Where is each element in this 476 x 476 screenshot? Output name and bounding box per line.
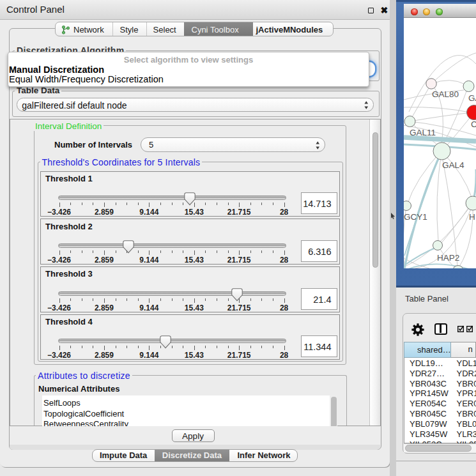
svg-text:H: H: [469, 212, 475, 222]
svg-text:GCY1: GCY1: [404, 212, 427, 222]
svg-text:GAL80: GAL80: [432, 89, 459, 99]
svg-text:GAL4: GAL4: [442, 160, 464, 170]
svg-text:C: C: [471, 119, 476, 129]
svg-text:HAP2: HAP2: [437, 253, 459, 263]
svg-text:GA: GA: [468, 93, 476, 103]
svg-text:GAL11: GAL11: [410, 128, 436, 137]
